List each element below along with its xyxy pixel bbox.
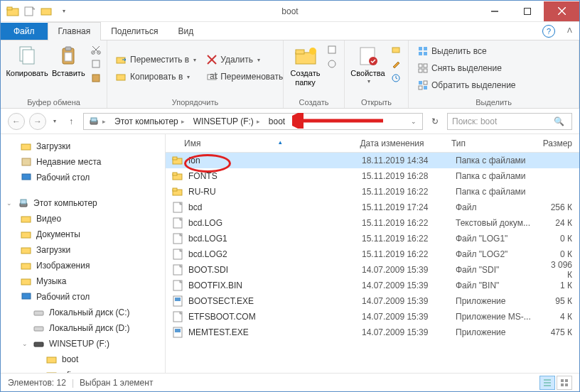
table-row[interactable]: ETFSBOOT.COM14.07.2009 15:39Приложение M… — [166, 309, 579, 325]
svg-rect-83 — [565, 379, 568, 382]
invert-selection-button[interactable]: Обратить выделение — [414, 78, 519, 93]
paste-shortcut-icon[interactable] — [90, 72, 102, 85]
svg-rect-18 — [117, 75, 125, 80]
svg-rect-56 — [22, 293, 31, 299]
file-name: bcd.LOG2 — [188, 249, 362, 259]
table-row[interactable]: BOOT.SDI14.07.2009 15:39Файл "SDI"3 096 … — [166, 262, 579, 278]
breadcrumb-folder[interactable]: boot — [266, 116, 288, 126]
svg-rect-65 — [173, 173, 177, 175]
delete-button[interactable]: Удалить▾ — [203, 52, 286, 67]
select-all-button[interactable]: Выделить все — [414, 43, 519, 58]
help-icon[interactable]: ? — [542, 25, 555, 38]
history-dropdown[interactable]: ▾ — [50, 118, 59, 124]
tree-downloads[interactable]: Загрузки — [5, 138, 165, 154]
column-date[interactable]: Дата изменения — [353, 138, 444, 148]
tree-winsetup[interactable]: ⌄WINSETUP (F:) — [5, 336, 165, 352]
tree-desktop[interactable]: Рабочий стол — [5, 170, 165, 185]
svg-rect-58 — [34, 327, 43, 331]
table-row[interactable]: RU-RU15.11.2019 16:22Папка с файлами — [166, 184, 579, 200]
new-folder-button[interactable]: Создать папку — [289, 43, 321, 87]
breadcrumb-root-icon[interactable]: ▸ — [85, 116, 112, 127]
svg-rect-43 — [424, 86, 427, 89]
chevron-down-icon[interactable]: ▾ — [56, 4, 72, 19]
new-item-icon[interactable] — [326, 43, 338, 56]
tab-view[interactable]: Вид — [168, 23, 203, 40]
history-icon[interactable] — [390, 72, 402, 85]
table-row[interactable]: fon18.11.2019 14:34Папка с файлами — [166, 153, 579, 168]
tab-home[interactable]: Главная — [48, 22, 102, 40]
copy-button[interactable]: Копировать — [6, 43, 48, 78]
easy-access-icon[interactable] — [326, 58, 338, 70]
table-row[interactable]: bcd.LOG115.11.2019 16:22Файл "LOG1"0 К — [166, 231, 579, 246]
file-icon — [171, 263, 184, 276]
tree-documents[interactable]: Документы — [5, 227, 165, 242]
back-button[interactable]: ← — [8, 113, 25, 130]
group-new-label: Создать — [289, 97, 338, 107]
properties-icon[interactable] — [39, 4, 55, 19]
pc-icon — [18, 197, 29, 209]
tree-downloads2[interactable]: Загрузки — [5, 242, 165, 258]
select-none-button[interactable]: Снять выделение — [414, 60, 519, 75]
svg-rect-48 — [22, 174, 31, 180]
file-icon — [171, 310, 184, 323]
icons-view-button[interactable] — [557, 376, 572, 390]
tab-file[interactable]: Файл — [1, 23, 48, 40]
open-icon[interactable] — [390, 43, 402, 56]
status-divider: | — [72, 378, 74, 388]
properties-button[interactable]: Свойства▾ — [350, 43, 385, 85]
tree-local-d[interactable]: Локальный диск (D:) — [5, 320, 165, 336]
chevron-up-icon[interactable]: ᐱ — [567, 26, 572, 34]
move-to-button[interactable]: Переместить в▾ — [113, 52, 199, 67]
svg-rect-24 — [296, 50, 304, 54]
tab-share[interactable]: Поделиться — [101, 23, 168, 40]
address-dropdown[interactable]: ⌄ — [407, 118, 421, 125]
close-button[interactable] — [544, 1, 579, 21]
table-row[interactable]: bcd.LOG15.11.2019 16:22Текстовый докум..… — [166, 215, 579, 231]
file-name: ETFSBOOT.COM — [188, 312, 362, 322]
column-size[interactable]: Размер — [536, 138, 579, 148]
tree-desktop2[interactable]: Рабочий стол — [5, 289, 165, 305]
tree-local-c[interactable]: Локальный диск (C:) — [5, 305, 165, 320]
table-row[interactable]: BOOTFIX.BIN14.07.2009 15:39Файл "BIN"1 К — [166, 278, 579, 293]
tree-music[interactable]: Музыка — [5, 273, 165, 289]
minimize-button[interactable] — [478, 1, 511, 21]
copy-to-button[interactable]: Копировать в▾ — [113, 69, 199, 85]
breadcrumb-pc[interactable]: Этот компьютер▸ — [112, 116, 190, 126]
tree-efi[interactable]: efi — [5, 367, 165, 373]
tree-pictures[interactable]: Изображения — [5, 258, 165, 273]
tree-this-pc[interactable]: ⌄Этот компьютер — [5, 195, 165, 211]
group-clipboard-label: Буфер обмена — [6, 97, 101, 107]
expand-icon[interactable]: ⌄ — [5, 200, 14, 207]
file-size: 4 К — [549, 312, 579, 322]
table-row[interactable]: FONTS15.11.2019 16:28Папка с файлами — [166, 168, 579, 184]
folder-icon — [21, 229, 32, 240]
rename-button[interactable]: abПереименовать — [203, 69, 286, 85]
edit-icon[interactable] — [390, 58, 402, 70]
table-row[interactable]: BOOTSECT.EXE14.07.2009 15:39Приложение95… — [166, 293, 579, 309]
paste-button[interactable]: Вставить — [52, 43, 85, 78]
svg-rect-53 — [21, 248, 31, 254]
tree-videos[interactable]: Видео — [5, 211, 165, 227]
table-row[interactable]: bcd.LOG215.11.2019 16:22Файл "LOG2"0 К — [166, 246, 579, 262]
column-type[interactable]: Тип — [444, 138, 536, 148]
file-type: Файл "BIN" — [456, 281, 549, 290]
tree-recent[interactable]: Недавние места — [5, 154, 165, 170]
table-row[interactable]: bcd15.11.2019 17:24Файл256 К — [166, 200, 579, 215]
up-button[interactable]: ↑ — [63, 114, 79, 129]
column-name[interactable]: Имя▴ — [166, 138, 353, 148]
tree-boot[interactable]: boot — [5, 352, 165, 367]
forward-button[interactable]: → — [29, 113, 46, 130]
file-icon — [171, 326, 184, 339]
copy-path-icon[interactable] — [90, 58, 102, 70]
expand-icon[interactable]: ⌄ — [21, 340, 29, 347]
table-row[interactable]: MEMTEST.EXE14.07.2009 15:39Приложение475… — [166, 325, 579, 340]
new-folder-icon[interactable] — [22, 4, 38, 19]
details-view-button[interactable] — [539, 376, 555, 390]
cut-icon[interactable] — [90, 43, 102, 56]
search-input[interactable]: Поиск: boot 🔍 — [447, 113, 572, 130]
maximize-button[interactable] — [511, 1, 544, 21]
address-bar[interactable]: ▸ Этот компьютер▸ WINSETUP (F:)▸ boot ⌄ — [83, 113, 423, 130]
refresh-button[interactable]: ↻ — [427, 114, 443, 129]
svg-rect-67 — [173, 188, 177, 191]
breadcrumb-drive[interactable]: WINSETUP (F:)▸ — [190, 116, 266, 126]
